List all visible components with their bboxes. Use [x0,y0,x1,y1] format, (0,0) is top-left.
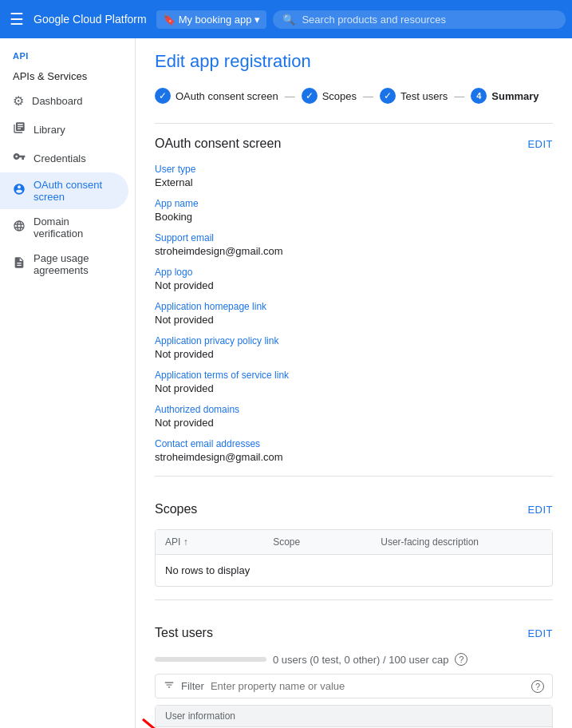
field-value-support-email: stroheimdesign@gmail.com [155,245,553,257]
users-info-bar: 0 users (0 test, 0 other) / 100 user cap… [155,653,553,666]
credentials-icon [13,150,26,166]
test-users-section: Test users EDIT 0 users (0 test, 0 other… [155,613,553,728]
search-bar[interactable]: 🔍 [273,10,566,29]
menu-icon[interactable]: ☰ [6,6,27,32]
field-value-privacy: Not provided [155,348,553,360]
sidebar-item-oauth[interactable]: OAuth consent screen [0,172,128,209]
filter-icon [164,679,175,693]
oauth-consent-section: OAuth consent screen EDIT User type Exte… [155,123,553,463]
test-users-edit-link[interactable]: EDIT [527,627,553,639]
search-input[interactable] [302,14,556,26]
filter-input[interactable] [211,680,525,692]
scopes-edit-link[interactable]: EDIT [527,504,553,516]
field-label-privacy: Application privacy policy link [155,335,553,346]
test-users-table: User information No rows to display [155,705,553,728]
step-label: Test users [400,90,448,102]
scopes-section: Scopes EDIT API ↑ Scope User-facing desc… [155,489,553,587]
app-layout: API APIs & Services ⚙ Dashboard Library … [0,38,572,728]
chevron-down-icon: ▾ [254,14,260,26]
sidebar-item-domain[interactable]: Domain verification [0,209,128,246]
oauth-section-title: OAuth consent screen [155,136,281,151]
user-progress-bar [155,657,266,662]
scopes-table-header: API ↑ Scope User-facing description [156,530,552,555]
user-info-header: User information [156,706,552,727]
field-value-app-name: Booking [155,211,553,223]
field-value-terms: Not provided [155,382,553,394]
section-divider-1 [155,476,553,477]
field-label-app-name: App name [155,198,553,209]
col-api-header: API ↑ [165,536,273,548]
sidebar-item-label: Dashboard [32,95,83,107]
step-dash-3: — [454,90,464,102]
sidebar-item-label: Page usage agreements [34,252,116,276]
top-navigation: ☰ Google Cloud Platform 🔖 My booking app… [0,0,572,38]
domain-icon [13,220,26,235]
page-usage-icon [13,256,26,272]
bookmark-icon: 🔖 [163,14,176,26]
oauth-section-header: OAuth consent screen EDIT [155,136,553,151]
field-label-contact: Contact email addresses [155,438,553,449]
sidebar: API APIs & Services ⚙ Dashboard Library … [0,38,136,728]
step-check-icon: ✓ [155,88,171,104]
scopes-empty-message: No rows to display [156,555,552,586]
step-check-icon: ✓ [380,88,396,104]
api-label: API [0,45,135,64]
field-value-domains: Not provided [155,417,553,429]
test-users-section-header: Test users EDIT [155,626,553,640]
step-check-icon: ✓ [302,88,318,104]
filter-help-icon[interactable]: ? [531,680,544,693]
step-number-circle: 4 [471,88,487,104]
main-content: Edit app registration ✓ OAuth consent sc… [136,38,572,728]
scopes-section-title: Scopes [155,502,197,516]
test-users-section-title: Test users [155,626,213,640]
sidebar-item-label: OAuth consent screen [34,179,116,203]
scopes-section-header: Scopes EDIT [155,502,553,516]
step-label: OAuth consent screen [176,90,278,102]
scopes-table: API ↑ Scope User-facing description No r… [155,529,553,587]
field-value-homepage: Not provided [155,314,553,326]
field-value-user-type: External [155,176,553,188]
sidebar-item-label: Library [34,124,65,136]
sidebar-item-library[interactable]: Library [0,115,128,144]
sidebar-item-credentials[interactable]: Credentials [0,144,128,172]
step-summary: 4 Summary [471,88,538,104]
library-icon [13,121,26,137]
step-test-users: ✓ Test users [380,88,448,104]
help-icon[interactable]: ? [455,653,467,666]
field-label-terms: Application terms of service link [155,370,553,381]
dashboard-icon: ⚙ [13,93,24,109]
sidebar-item-dashboard[interactable]: ⚙ Dashboard [0,87,128,115]
users-count-label: 0 users (0 test, 0 other) / 100 user cap [273,654,448,666]
col-description-header: User-facing description [381,536,542,548]
app-selector[interactable]: 🔖 My booking app ▾ [156,10,267,29]
field-label-user-type: User type [155,164,553,175]
sidebar-item-label: Credentials [34,152,86,164]
field-label-homepage: Application homepage link [155,301,553,312]
oauth-icon [13,183,26,199]
sidebar-item-label: Domain verification [34,216,116,239]
oauth-edit-link[interactable]: EDIT [527,138,553,150]
col-scope-header: Scope [273,536,381,548]
field-label-support-email: Support email [155,232,553,243]
step-dash-2: — [363,90,373,102]
step-oauth-consent: ✓ OAuth consent screen [155,88,278,104]
section-divider-2 [155,599,553,600]
step-dash-1: — [285,90,295,102]
page-title: Edit app registration [155,51,553,72]
brand-name: Google Cloud Platform [34,13,147,26]
step-label: Summary [491,90,538,102]
filter-label: Filter [181,680,204,692]
step-label: Scopes [322,90,357,102]
search-icon: 🔍 [282,14,295,26]
field-label-domains: Authorized domains [155,404,553,415]
step-scopes: ✓ Scopes [302,88,357,104]
field-value-contact: stroheimdesign@gmail.com [155,451,553,463]
field-label-app-logo: App logo [155,267,553,278]
filter-bar: Filter ? [155,674,553,698]
field-value-app-logo: Not provided [155,279,553,291]
sidebar-item-page-usage[interactable]: Page usage agreements [0,246,128,283]
stepper: ✓ OAuth consent screen — ✓ Scopes — ✓ Te… [155,88,553,104]
sidebar-section-title: APIs & Services [0,64,135,87]
